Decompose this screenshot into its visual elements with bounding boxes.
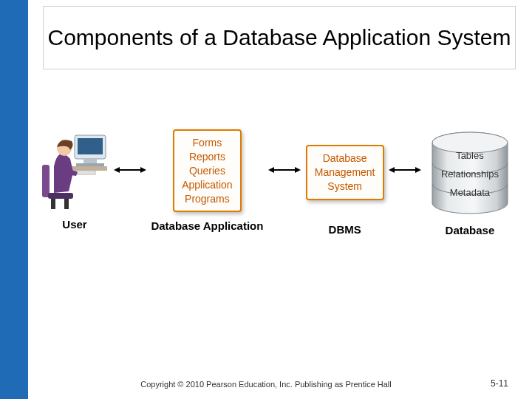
component-user: User: [41, 129, 109, 231]
slide-title-box: Components of a Database Application Sys…: [43, 6, 516, 69]
app-line-application: Application: [182, 178, 233, 192]
app-line-programs: Programs: [182, 192, 233, 206]
svg-rect-4: [69, 166, 107, 171]
app-line-forms: Forms: [182, 136, 233, 150]
component-database: Tables Relationships Metadata Database: [426, 129, 514, 236]
diagram-row: User Forms Reports Queries Application P…: [41, 129, 514, 277]
page-number: 5-11: [491, 378, 508, 389]
double-arrow-icon: [268, 165, 301, 175]
database-application-box: Forms Reports Queries Application Progra…: [173, 129, 242, 212]
double-arrow-icon: [114, 165, 146, 175]
component-dbms: Database Management System DBMS: [306, 129, 384, 236]
svg-rect-2: [83, 159, 97, 163]
decorative-blue-band: [0, 0, 28, 399]
svg-marker-13: [140, 167, 146, 173]
dbms-line-3: System: [315, 180, 375, 194]
connector-3: [389, 129, 421, 211]
database-cylinder: Tables Relationships Metadata: [426, 129, 514, 216]
svg-marker-12: [114, 167, 120, 173]
dbms-line-2: Management: [315, 166, 375, 180]
copyright-text: Copyright © 2010 Pearson Education, Inc.…: [0, 380, 532, 389]
svg-marker-16: [295, 167, 301, 173]
dbms-label: DBMS: [329, 223, 361, 236]
database-application-label: Database Application: [151, 219, 263, 232]
slide-title: Components of a Database Application Sys…: [47, 25, 511, 51]
db-line-tables: Tables: [426, 150, 514, 161]
svg-rect-1: [78, 138, 103, 154]
app-line-queries: Queries: [182, 164, 233, 178]
connector-1: [114, 129, 146, 211]
dbms-line-1: Database: [315, 151, 375, 166]
svg-rect-8: [48, 193, 73, 199]
svg-marker-19: [415, 167, 421, 173]
svg-marker-15: [268, 167, 274, 173]
user-icon: [41, 129, 109, 211]
connector-2: [268, 129, 301, 211]
component-database-application: Forms Reports Queries Application Progra…: [151, 129, 263, 232]
svg-rect-6: [42, 165, 50, 197]
database-cylinder-labels: Tables Relationships Metadata: [426, 146, 514, 205]
db-line-metadata: Metadata: [426, 187, 514, 198]
db-line-relationships: Relationships: [426, 168, 514, 180]
user-label: User: [62, 218, 86, 231]
dbms-box: Database Management System: [306, 145, 384, 200]
double-arrow-icon: [389, 165, 421, 175]
svg-rect-10: [64, 199, 69, 209]
user-illustration: [41, 129, 109, 211]
svg-marker-18: [389, 167, 395, 173]
database-label: Database: [446, 224, 495, 236]
svg-rect-9: [51, 199, 55, 209]
app-line-reports: Reports: [182, 150, 233, 164]
svg-rect-3: [76, 163, 104, 166]
